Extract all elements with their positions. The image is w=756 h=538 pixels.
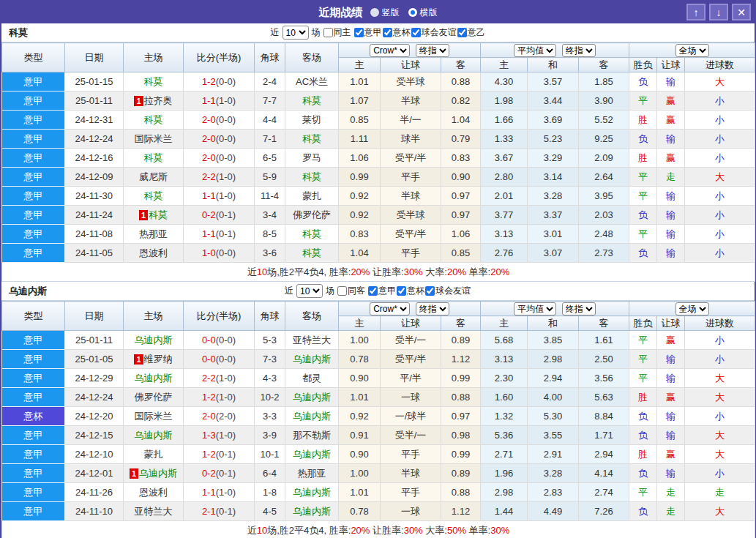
avg-source-select[interactable]: 平均值 (514, 302, 556, 315)
score-cell: 2-2(1-0) (184, 168, 255, 187)
home-team-cell: 热那亚 (124, 225, 184, 244)
odds-source-select[interactable]: Crow* (370, 302, 410, 315)
league-checkbox[interactable] (354, 28, 364, 37)
odds-cell: 平手 (381, 168, 441, 187)
home-team-cell: 恩波利 (124, 483, 184, 502)
home-team-cell: 1乌迪内斯 (124, 464, 184, 483)
corner-cell: 4-4 (255, 111, 285, 130)
odds-kind-select[interactable]: 终指 (416, 44, 449, 57)
league-checkbox[interactable] (383, 28, 392, 37)
odds-cell: 1.00 (339, 331, 381, 350)
result-cell: 小 (685, 350, 755, 369)
avg-odds-cell: 5.23 (528, 130, 579, 149)
avg-odds-cell: 2.09 (579, 149, 629, 168)
avg-source-select[interactable]: 平均值 (514, 44, 556, 57)
table-row: 意甲24-11-30科莫1-1(1-0)11-4蒙扎0.92半球0.972.01… (2, 187, 755, 206)
league-filter[interactable]: 意杯 (397, 285, 424, 297)
odds-cell: 1.04 (441, 111, 481, 130)
league-filter-group: 意甲意杯球会友谊意乙 (354, 26, 486, 39)
date-cell: 24-12-29 (65, 369, 124, 388)
score-cell: 2-0(0-0) (184, 130, 255, 149)
corner-cell: 3-4 (255, 206, 285, 225)
table-row: 意甲24-11-08热那亚1-1(0-1)8-5科莫0.83受平/半1.063.… (2, 225, 755, 244)
radio-selected-icon[interactable] (408, 8, 417, 17)
avg-odds-cell: 1.60 (481, 388, 528, 407)
league-filter[interactable]: 球会友谊 (411, 26, 457, 39)
avg-odds-cell: 2.73 (579, 244, 629, 263)
table-row: 意甲24-12-15乌迪内斯1-3(1-0)3-9那不勒斯0.91受半/一0.9… (2, 426, 755, 445)
same-venue-filter[interactable]: 同客 (337, 285, 365, 297)
close-button[interactable]: ✕ (732, 4, 751, 20)
away-team-cell: 乌迪内斯 (285, 502, 339, 521)
radio-vertical-layout[interactable]: 竖版 (370, 7, 400, 19)
league-checkbox[interactable] (397, 286, 406, 296)
result-cell: 赢 (657, 111, 685, 130)
odds-cell: 0.85 (339, 111, 381, 130)
result-cell: 大 (685, 369, 755, 388)
recent-count-select[interactable]: 10 (296, 284, 323, 298)
move-down-button[interactable]: ↓ (709, 4, 728, 20)
corner-cell: 8-5 (255, 225, 285, 244)
radio-horizontal-layout[interactable]: 横版 (408, 7, 438, 19)
col-score: 比分(半场) (184, 302, 255, 331)
same-venue-checkbox[interactable] (323, 28, 333, 37)
table-row: 意甲24-12-011乌迪内斯0-2(0-1)6-4热那亚1.00半球0.891… (2, 464, 755, 483)
odds-cell: 0.88 (441, 72, 481, 91)
corner-cell: 6-4 (255, 464, 285, 483)
same-venue-checkbox[interactable] (337, 286, 347, 296)
avg-odds-cell: 5.52 (579, 111, 629, 130)
scope-select[interactable]: 全场 (675, 302, 709, 315)
avg-odds-cell: 3.95 (579, 187, 629, 206)
avg-odds-cell: 4.49 (528, 502, 579, 521)
odds-kind-select[interactable]: 终指 (416, 302, 449, 315)
league-checkbox[interactable] (368, 286, 378, 296)
result-cell: 胜 (629, 388, 657, 407)
avg-kind-select[interactable]: 终指 (562, 302, 596, 315)
league-filter[interactable]: 球会友谊 (425, 285, 471, 297)
col-avg-home: 主 (481, 58, 528, 72)
recent-label: 近 (271, 26, 280, 39)
league-filter[interactable]: 意乙 (457, 26, 485, 39)
avg-kind-select[interactable]: 终指 (562, 44, 596, 57)
league-filter[interactable]: 意甲 (368, 285, 396, 297)
result-cell: 小 (685, 225, 755, 244)
avg-odds-cell: 3.67 (481, 149, 528, 168)
avg-odds-cell: 3.07 (528, 244, 579, 263)
same-venue-filter[interactable]: 同主 (323, 26, 351, 39)
avg-odds-cell: 1.33 (481, 130, 528, 149)
match-type-cell: 意甲 (2, 111, 65, 130)
col-date: 日期 (65, 302, 124, 331)
away-team-cell: 乌迪内斯 (285, 483, 339, 502)
odds-source-select[interactable]: Crow* (370, 44, 410, 57)
odds-cell: 1.12 (441, 350, 481, 369)
odds-cell: 半球 (381, 464, 441, 483)
col-home: 主场 (124, 43, 184, 72)
move-up-button[interactable]: ↑ (686, 4, 706, 20)
league-checkbox[interactable] (457, 28, 467, 37)
col-avg-home: 主 (481, 316, 528, 331)
scope-select[interactable]: 全场 (675, 44, 709, 57)
league-checkbox[interactable] (411, 28, 421, 37)
odds-cell: 0.89 (441, 464, 481, 483)
result-cell: 走 (657, 502, 685, 521)
odds-cell: 平手 (381, 483, 441, 502)
recent-count-select[interactable]: 10 (282, 26, 309, 40)
col-corner: 角球 (255, 43, 285, 72)
avg-odds-cell: 3.55 (528, 426, 579, 445)
league-filter[interactable]: 意杯 (383, 26, 411, 39)
result-cell: 平 (629, 331, 657, 350)
league-filter[interactable]: 意甲 (354, 26, 382, 39)
result-cell: 赢 (657, 149, 685, 168)
result-cell: 负 (629, 130, 657, 149)
col-avg-away: 客 (579, 316, 629, 331)
result-cell: 输 (657, 350, 685, 369)
match-type-cell: 意甲 (2, 388, 65, 407)
away-team-cell: 亚特兰大 (285, 331, 339, 350)
away-team-cell: 乌迪内斯 (285, 388, 339, 407)
result-cell: 输 (657, 206, 685, 225)
radio-circle-icon[interactable] (370, 8, 379, 17)
odds-cell: 0.92 (339, 407, 381, 426)
league-filter-group: 意甲意杯球会友谊 (368, 285, 471, 297)
league-checkbox[interactable] (425, 286, 435, 296)
avg-odds-cell: 3.13 (481, 350, 528, 369)
